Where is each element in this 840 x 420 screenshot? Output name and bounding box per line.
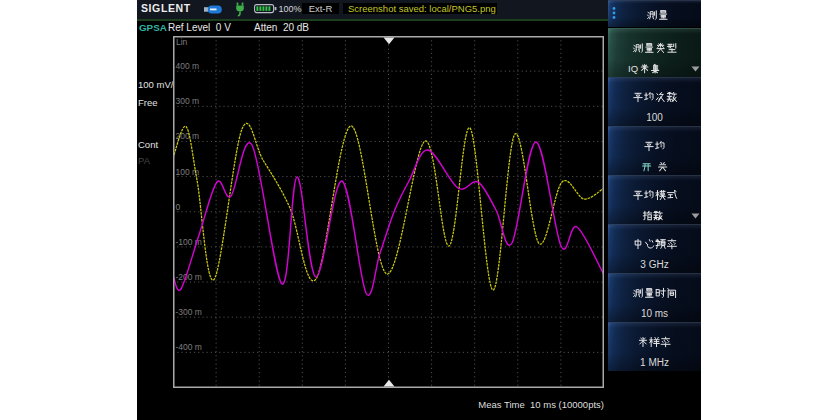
svg-text:Lin: Lin — [176, 37, 188, 47]
svg-text:-200 m: -200 m — [176, 272, 202, 282]
svg-text:-300 m: -300 m — [176, 307, 202, 317]
svg-text:300 m: 300 m — [176, 96, 200, 106]
svg-text:400 m: 400 m — [176, 61, 200, 71]
svg-text:-400 m: -400 m — [176, 342, 202, 352]
svg-text:0: 0 — [176, 202, 181, 212]
